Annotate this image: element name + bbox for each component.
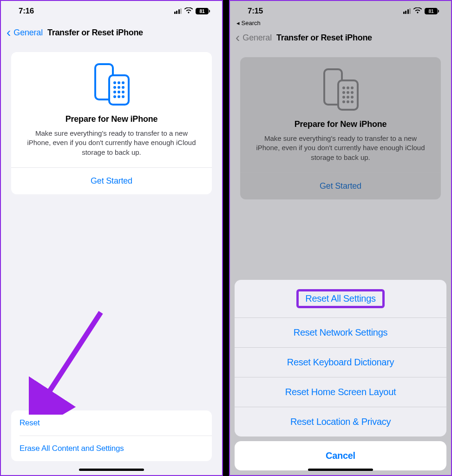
cellular-icon — [403, 8, 411, 14]
battery-icon: 81 — [196, 8, 210, 14]
bottom-options-list: Reset Erase All Content and Settings — [11, 410, 212, 461]
get-started-button: Get Started — [249, 173, 432, 199]
nav-bar: ‹ General Transfer or Reset iPhone — [1, 21, 222, 44]
svg-point-24 — [342, 96, 345, 99]
content-area: Prepare for New iPhone Make sure everyth… — [1, 44, 222, 194]
svg-point-9 — [118, 91, 120, 93]
erase-all-button[interactable]: Erase All Content and Settings — [11, 436, 212, 461]
reset-keyboard-dictionary-button[interactable]: Reset Keyboard Dictionary — [235, 348, 446, 377]
card-description: Make sure everything's ready to transfer… — [249, 134, 432, 172]
svg-point-12 — [118, 95, 120, 98]
svg-point-22 — [347, 91, 349, 94]
svg-point-5 — [113, 86, 116, 89]
devices-icon — [20, 62, 203, 107]
devices-icon — [249, 67, 432, 112]
status-time: 7:15 — [248, 7, 263, 16]
reset-action-sheet: Reset All Settings Reset Network Setting… — [235, 280, 446, 470]
get-started-button[interactable]: Get Started — [20, 168, 203, 194]
back-chevron-icon: ‹ — [236, 31, 240, 44]
reset-network-settings-button[interactable]: Reset Network Settings — [235, 318, 446, 347]
annotation-arrow — [29, 308, 112, 415]
svg-point-23 — [351, 91, 354, 94]
svg-point-10 — [122, 91, 124, 93]
card-title: Prepare for New iPhone — [249, 119, 432, 129]
svg-point-8 — [113, 91, 116, 93]
svg-point-7 — [122, 86, 124, 89]
card-title: Prepare for New iPhone — [20, 114, 203, 124]
nav-bar: ‹ General Transfer or Reset iPhone — [230, 26, 451, 49]
home-indicator[interactable] — [308, 469, 373, 471]
prepare-card: Prepare for New iPhone Make sure everyth… — [11, 52, 212, 194]
svg-point-3 — [118, 81, 120, 84]
svg-point-27 — [342, 100, 345, 103]
status-bar: 7:15 81 — [230, 1, 451, 21]
svg-line-15 — [42, 312, 101, 403]
annotation-highlight: Reset All Settings — [296, 289, 384, 308]
card-description: Make sure everything's ready to transfer… — [20, 129, 203, 167]
svg-point-28 — [347, 100, 349, 103]
home-indicator[interactable] — [79, 469, 144, 471]
svg-point-29 — [351, 100, 354, 103]
wifi-icon — [413, 7, 422, 16]
wifi-icon — [184, 7, 193, 16]
svg-point-18 — [342, 86, 345, 89]
svg-point-20 — [351, 86, 354, 89]
content-area: Prepare for New iPhone Make sure everyth… — [230, 49, 451, 199]
reset-button[interactable]: Reset — [11, 410, 212, 436]
svg-rect-17 — [338, 80, 358, 110]
cancel-button[interactable]: Cancel — [235, 441, 446, 470]
status-bar: 7:16 81 — [1, 1, 222, 21]
svg-point-21 — [342, 91, 345, 94]
svg-point-26 — [351, 96, 354, 99]
svg-point-6 — [118, 86, 120, 89]
status-icons: 81 — [403, 7, 439, 16]
reset-all-settings-button[interactable]: Reset All Settings — [235, 280, 446, 317]
battery-icon: 81 — [425, 8, 439, 14]
svg-point-13 — [122, 95, 124, 98]
reset-home-screen-layout-button[interactable]: Reset Home Screen Layout — [235, 377, 446, 407]
page-title: Transfer or Reset iPhone — [276, 33, 372, 43]
back-chevron-icon[interactable]: ‹ — [7, 26, 11, 39]
back-button: General — [242, 33, 272, 43]
status-time: 7:16 — [19, 7, 34, 16]
svg-point-25 — [347, 96, 349, 99]
back-to-search[interactable]: ◂ Search — [230, 20, 451, 26]
screenshot-left: 7:16 81 ‹ General Transfer or Reset iPho… — [0, 0, 223, 476]
back-button[interactable]: General — [13, 28, 43, 38]
sheet-options-group: Reset All Settings Reset Network Setting… — [235, 280, 446, 436]
svg-point-2 — [113, 81, 116, 84]
screenshot-right: 7:15 81 ◂ Search ‹ General Transfer or R… — [229, 0, 452, 476]
reset-location-privacy-button[interactable]: Reset Location & Privacy — [235, 407, 446, 436]
status-icons: 81 — [174, 7, 210, 16]
cellular-icon — [174, 8, 182, 14]
svg-point-4 — [122, 81, 124, 84]
svg-rect-1 — [109, 75, 129, 105]
prepare-card: Prepare for New iPhone Make sure everyth… — [240, 57, 441, 199]
svg-point-19 — [347, 86, 349, 89]
svg-point-11 — [113, 95, 116, 98]
page-title: Transfer or Reset iPhone — [47, 28, 143, 38]
